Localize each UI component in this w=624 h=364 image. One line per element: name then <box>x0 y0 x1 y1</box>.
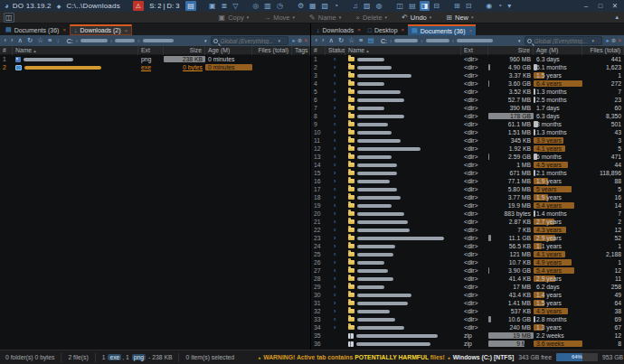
expand-chevron-icon[interactable]: › <box>328 72 336 79</box>
close-button[interactable]: ✕ <box>608 0 622 12</box>
breadcrumb-root[interactable]: C: <box>381 38 387 44</box>
archive-icon[interactable]: ▦ <box>307 1 318 11</box>
tab-documents-36-[interactable]: ▤Documents (36)× <box>2 24 70 35</box>
breadcrumb-dropdown-icon[interactable]: ▾ <box>518 38 521 43</box>
name-button[interactable]: ✎Name▾ <box>309 14 341 22</box>
user-icon[interactable]: ◍ <box>374 1 384 11</box>
file-name-cell[interactable] <box>345 258 461 266</box>
tab-close-icon[interactable]: × <box>62 27 66 33</box>
expand-chevron-icon[interactable]: › <box>328 308 336 314</box>
undo-button[interactable]: ↶Undo▾ <box>402 14 431 22</box>
pane-activate-icon[interactable]: ▸ <box>606 35 609 46</box>
file-name-cell[interactable] <box>345 226 461 234</box>
column-header--[interactable]: # <box>311 46 326 55</box>
new-tab-icon[interactable]: ⊕ <box>298 35 302 46</box>
file-name-cell[interactable] <box>345 250 461 258</box>
file-name-cell[interactable] <box>345 71 461 79</box>
file-name-cell[interactable] <box>345 104 461 112</box>
file-name-cell[interactable] <box>345 315 461 323</box>
column-header-files-total-[interactable]: Files (total) <box>252 46 292 55</box>
column-header-tags[interactable]: Tags <box>292 46 310 55</box>
breadcrumb-segment-redacted[interactable] <box>143 39 174 42</box>
breadcrumb-segment-redacted[interactable] <box>80 39 108 42</box>
file-name-cell[interactable] <box>345 275 461 283</box>
expand-chevron-icon[interactable]: › <box>328 316 336 322</box>
expand-chevron-icon[interactable]: › <box>328 227 336 233</box>
breadcrumb-segment-redacted[interactable] <box>115 39 135 42</box>
expand-chevron-icon[interactable]: › <box>328 292 336 298</box>
file-name-cell[interactable] <box>345 307 461 315</box>
file-row[interactable]: 16›<dir>77.1 MB1.9 years88 <box>311 177 624 185</box>
maximize-button[interactable]: □ <box>593 0 608 12</box>
file-name-cell[interactable] <box>345 88 461 96</box>
expand-chevron-icon[interactable]: › <box>328 162 336 168</box>
file-row[interactable]: 7›<dir>390 MB1.7 days60 <box>311 104 624 112</box>
column-header-age-m-[interactable]: Age (M) <box>205 46 252 55</box>
file-row[interactable]: 33›<dir>10.6 GB2.8 months69 <box>311 315 624 323</box>
copy-queue-icon[interactable]: ▣ <box>207 1 218 11</box>
breadcrumb-segment-redacted[interactable] <box>426 39 449 42</box>
warning-badge-icon[interactable]: ⚠ <box>133 1 144 11</box>
file-name-cell[interactable] <box>345 242 461 250</box>
expand-chevron-icon[interactable]: › <box>328 259 336 266</box>
file-name-cell[interactable] <box>345 120 461 128</box>
file-row[interactable]: 20›<dir>883 bytes1.4 months7 <box>311 210 624 218</box>
file-row[interactable]: 24›<dir>56.5 KB1.1 years1 <box>311 242 624 250</box>
documents-location-icon[interactable]: ▤ <box>366 35 375 46</box>
file-name-cell[interactable] <box>345 63 461 71</box>
file-name-cell[interactable] <box>345 283 461 291</box>
column-header--[interactable]: # <box>0 46 13 55</box>
delete-button[interactable]: ×Delete▾ <box>355 14 387 22</box>
expand-chevron-icon[interactable]: › <box>328 219 336 225</box>
expand-chevron-icon[interactable]: › <box>328 275 336 282</box>
expand-chevron-icon[interactable]: › <box>328 235 336 241</box>
file-row[interactable]: 35zip19 MB2.2 weeks12 <box>311 331 624 340</box>
tab-close-icon[interactable]: × <box>357 27 361 33</box>
expand-chevron-icon[interactable]: › <box>328 129 336 135</box>
save-layout-icon[interactable]: ⊞ <box>452 1 462 11</box>
expand-chevron-icon[interactable]: › <box>328 64 336 70</box>
file-row[interactable]: 36zip9 MB3.6 weeks8 <box>311 340 624 348</box>
file-name-cell[interactable] <box>345 201 461 210</box>
folder-tree-icon[interactable]: ≡ <box>358 35 364 46</box>
media-icon[interactable]: ♫ <box>351 1 360 11</box>
breadcrumb-segment-redacted[interactable] <box>457 39 493 42</box>
close-tab-icon[interactable]: × <box>304 35 307 46</box>
file-row[interactable]: 3›<dir>3.37 KB1.5 years1 <box>311 71 624 79</box>
expand-chevron-icon[interactable]: › <box>328 267 336 274</box>
file-row[interactable]: 19›<dir>19.9 MB5.4 years14 <box>311 201 624 210</box>
expand-chevron-icon[interactable]: › <box>328 105 336 111</box>
horizontal-pane-icon[interactable]: ⊟ <box>431 1 441 11</box>
search-input[interactable] <box>220 38 276 44</box>
copy-layout-icon[interactable]: ⊡ <box>464 1 474 11</box>
file-name-cell[interactable] <box>345 112 461 120</box>
tab-close-icon[interactable]: × <box>402 27 405 33</box>
file-row[interactable]: 29›<dir>17 MB6.2 days258 <box>311 283 624 291</box>
folder-tree-icon[interactable]: ≡ <box>47 35 53 46</box>
file-row[interactable]: 1png238 KB0 minutes <box>0 55 310 63</box>
settings-icon[interactable]: ⚙ <box>296 1 306 11</box>
breadcrumb-segment-redacted[interactable] <box>394 39 418 42</box>
expand-chevron-icon[interactable]: › <box>328 251 336 257</box>
column-header-name[interactable]: Name▴ <box>345 46 461 55</box>
single-pane-icon[interactable]: ◨ <box>420 1 430 11</box>
favorites-icon[interactable]: ☆ <box>36 35 45 46</box>
details-view-icon[interactable]: ▤ <box>407 1 418 11</box>
expand-chevron-icon[interactable]: › <box>328 113 336 119</box>
file-row[interactable]: 13›<dir>2.59 GB6 months471 <box>311 153 624 161</box>
new-tab-icon[interactable]: ⊕ <box>611 35 616 46</box>
column-header-ext[interactable]: Ext <box>461 46 488 55</box>
column-header-ext[interactable]: Ext <box>138 46 164 55</box>
column-header-age-m-[interactable]: Age (M) <box>534 46 582 55</box>
file-row[interactable]: 11›<dir>345 KB3.9 years3 <box>311 136 624 145</box>
jobs-icon[interactable]: ◉ <box>484 1 494 11</box>
breadcrumb-dropdown-icon[interactable]: ▾ <box>204 38 207 43</box>
file-name-cell[interactable] <box>345 96 461 104</box>
expand-chevron-icon[interactable]: › <box>328 284 336 290</box>
help-icon[interactable]: ◔ <box>496 1 504 11</box>
new-button[interactable]: ⊞New▾ <box>446 14 473 22</box>
file-row[interactable]: 4›<dir>3.60 GB6.4 years272 <box>311 79 624 88</box>
file-name-cell[interactable] <box>345 331 461 340</box>
file-row[interactable]: 2exe0 bytes0 minutes <box>0 63 310 71</box>
calendar-icon[interactable]: ▧ <box>320 1 331 11</box>
